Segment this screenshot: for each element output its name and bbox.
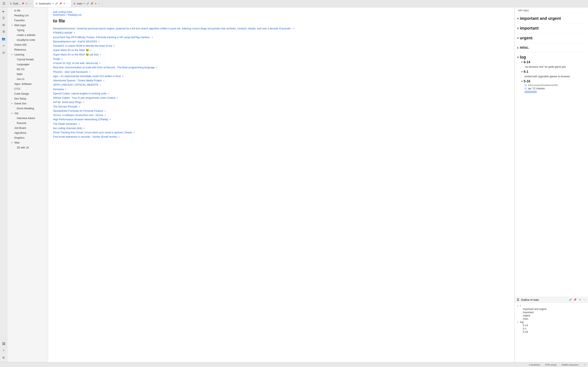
sidebar-item-typing[interactable]: Typing <box>7 28 48 33</box>
outline-subheader-6-14[interactable]: ▾ 6-14 <box>517 60 586 64</box>
sidebar-item-algorithms[interactable]: Algorithms <box>7 131 48 135</box>
outline-header-log[interactable]: ▾ log <box>517 54 586 60</box>
sidebar-icon-people[interactable]: 👥 <box>1 36 7 42</box>
outline-popup-more-button[interactable]: ⋯ <box>584 298 586 301</box>
tab-main-edit-icon[interactable]: ✏ <box>83 2 85 5</box>
outline-header-misc[interactable]: ▸ misc. <box>517 45 586 50</box>
sidebar-item-web[interactable]: Web <box>7 140 48 145</box>
sidebar-item-ee-cs[interactable]: EE-CS <box>7 67 48 72</box>
link-l7[interactable]: Super Mario 64 on the Web! 🐸 (alt link) … <box>53 53 509 57</box>
outline-tree-item-urgent[interactable]: urgent <box>517 314 586 317</box>
outline-tree-item-exclaim[interactable]: ▾ ! <box>517 304 586 308</box>
link-l16[interactable]: OpenAI Codex: natural english to working… <box>53 92 509 96</box>
link-l24[interactable]: Find email addresses in seconds - Hunter… <box>53 135 509 139</box>
tab-bookmarks-pin-icon[interactable]: 📌 <box>59 2 62 5</box>
link-l2[interactable]: FFMPEG.WASM ↗ <box>53 31 509 35</box>
sidebar-icon-file[interactable]: 🖹 <box>1 29 7 35</box>
outline-tree-item-516[interactable]: 5-16 <box>517 330 586 334</box>
link-l20[interactable]: High Performance Browser Networking (O'R… <box>53 117 509 122</box>
outline-header-important[interactable]: ▾ important <box>517 25 586 31</box>
outline-subheader-5-16[interactable]: ▾ 5-16 <box>517 79 586 83</box>
outline-header-urgent[interactable]: ▾ urgent <box>517 35 586 41</box>
link-l13[interactable]: Abandoned Spaces - Timera Media Project … <box>53 78 509 83</box>
sidebar-item-online-ide[interactable]: Online IDE <box>7 42 48 47</box>
link-l11[interactable]: Phoenix - elixir web framework ↗ <box>53 70 509 74</box>
breadcrumb-link-1[interactable]: web surfing notes <box>53 11 72 13</box>
link-l17[interactable]: evil tip: avoid easy things ↗ <box>53 100 509 104</box>
link-l19b[interactable]: SCons: A software construction tool - SC… <box>53 114 106 117</box>
link-l6[interactable]: Super Mario 64 on the Web! 🐸 ↗ <box>53 48 509 52</box>
link-l8[interactable]: Surge ↗ <box>53 57 509 61</box>
outline-tree-item-61[interactable]: 6-1 <box>517 327 586 330</box>
tab-outline-more-button[interactable]: ⋯ <box>29 2 31 5</box>
sidebar-item-non-cs[interactable]: non-cs <box>7 77 48 82</box>
link-l16b[interactable]: GitHub Copilot · Your AI pair programmer… <box>53 96 118 99</box>
sidebar-item-reference[interactable]: Reference <box>7 47 48 52</box>
sidebar-item-ctci[interactable]: CTCI <box>7 86 48 91</box>
sidebar-item-create-website[interactable]: create a website <box>7 33 48 38</box>
tab-main-more-button[interactable]: ⋯ <box>98 2 100 5</box>
link-l14[interactable]: SEPH LAWLESS | OFFICIAL WEBSITE ↗ <box>53 83 509 87</box>
sidebar-expand-button[interactable]: ▶ <box>1 9 6 14</box>
link-l18[interactable]: The Gervais Principle ↗ <box>53 105 509 109</box>
sidebar-item-tutorial-portals[interactable]: Tutorial Portals <box>7 57 48 62</box>
sidebar-item-code-design[interactable]: Code Design <box>7 91 48 96</box>
outline-tree-item-614[interactable]: 6-14 <box>517 324 586 327</box>
breadcrumb-link-2[interactable]: bookmarks > Reading List <box>53 13 81 16</box>
outline-popup-link-icon[interactable]: 🔗 <box>569 298 572 301</box>
tab-bookmarks-edit-icon[interactable]: ✏ <box>52 2 54 5</box>
link-l9[interactable]: A future for SQL on the web: absurd-sql … <box>53 61 509 66</box>
outline-popup-close-button[interactable]: ✕ <box>579 298 581 301</box>
link-l5[interactable]: GerdaOS: a custom ROM to liberate the he… <box>53 44 509 48</box>
sidebar-icon-image[interactable]: 🖼 <box>1 341 7 347</box>
checkbox-spr21-icon[interactable]: ☑ <box>525 87 527 90</box>
link-l1[interactable]: thesephist/monocle: Universal personal s… <box>53 26 509 31</box>
tab-main-pin-icon[interactable]: 📌 <box>90 2 93 5</box>
outline-header-important-urgent[interactable]: ▾ important and urgent <box>517 16 586 21</box>
link-l12[interactable]: egui – An experimental immediate mode GU… <box>53 74 509 78</box>
sidebar-item-favorites[interactable]: Favorites <box>7 18 48 23</box>
sidebar-item-doom-modding[interactable]: Doom Modding <box>7 106 48 111</box>
link-l19[interactable]: Spreadsheet Formulas for Personal Financ… <box>53 109 509 113</box>
sidebar-item-3d-with-js[interactable]: 3D with JS <box>7 145 48 150</box>
sidebar-item-languages[interactable]: Languages <box>7 62 48 67</box>
sidebar-item-interview-advice[interactable]: Interview Advice <box>7 116 48 121</box>
link-l15[interactable]: Kenopsia ↗ <box>53 87 509 92</box>
sidebar-item-visually-no-code[interactable]: visually/no-code <box>7 38 48 42</box>
outline-tree-item-log[interactable]: ▾ log <box>517 320 586 324</box>
link-l4[interactable]: BananaHackers.net - KaiOS DEVICES ↗ <box>53 40 509 44</box>
link-l21[interactable]: The Death Generator ↗ <box>53 122 509 126</box>
link-l10[interactable]: Real time communication at scale with El… <box>53 66 509 70</box>
sidebar-item-job-board[interactable]: Job Board <box>7 125 48 131</box>
sidebar-item-resume[interactable]: Resume <box>7 121 48 125</box>
sidebar-icon-table[interactable]: ⊟ <box>1 50 7 55</box>
outline-tree-item-important[interactable]: important <box>517 311 586 314</box>
sidebar-item-to-file[interactable]: to file <box>7 8 48 13</box>
tab-outline[interactable]: ☰ Outli... 📌 ✕ ⋯ <box>8 0 34 7</box>
tab-outline-close-button[interactable]: ✕ <box>26 2 27 5</box>
sidebar-item-math[interactable]: Math <box>7 72 48 77</box>
sidebar-icon-hamburger[interactable]: ☰ <box>1 15 7 21</box>
outline-tree-item-imp-urg[interactable]: important and urgent <box>517 308 586 311</box>
sidebar-item-apps-software[interactable]: Apps, Software <box>7 82 48 86</box>
tab-main[interactable]: 🖹 main ✏ 🔗 📌 ✕ ⋯ <box>71 0 103 7</box>
outline-tree-item-misc[interactable]: misc. <box>517 317 586 320</box>
sidebar-icon-grid[interactable]: ⊞ <box>1 22 7 28</box>
link-l22[interactable]: live coding channels (link) ↗ <box>53 126 509 131</box>
link-l23[interactable]: Email Tracking from Gmail | Know when yo… <box>53 131 509 135</box>
sidebar-icon-list[interactable]: ≡ <box>1 43 7 49</box>
sidebar-item-dev-setup[interactable]: Dev Setup <box>7 96 48 101</box>
tab-main-close-button[interactable]: ✕ <box>95 2 96 5</box>
tab-bookmarks-more-button[interactable]: ⋯ <box>67 2 69 5</box>
outline-popup-pin-icon[interactable]: 📌 <box>573 298 577 301</box>
sidebar-toggle-button[interactable]: ☰ <box>0 2 8 6</box>
checkbox-fafsa-icon[interactable]: ☑ <box>525 84 527 87</box>
sidebar-item-web-apps[interactable]: Web Apps <box>7 23 48 28</box>
sidebar-icon-settings[interactable]: ⚙ <box>1 355 7 360</box>
outline-subheader-6-1[interactable]: ▾ 6-1 <box>517 69 586 74</box>
sidebar-item-game-dev[interactable]: Game Dev <box>7 101 48 106</box>
tab-bookmarks[interactable]: 🖹 bookmarks ✏ 🔗 📌 ✕ ⋯ <box>34 0 71 7</box>
sidebar-item-graphics[interactable]: Graphics <box>7 135 48 140</box>
sidebar-icon-help[interactable]: ? <box>1 348 7 354</box>
tab-bookmarks-link-icon[interactable]: 🔗 <box>55 2 58 5</box>
